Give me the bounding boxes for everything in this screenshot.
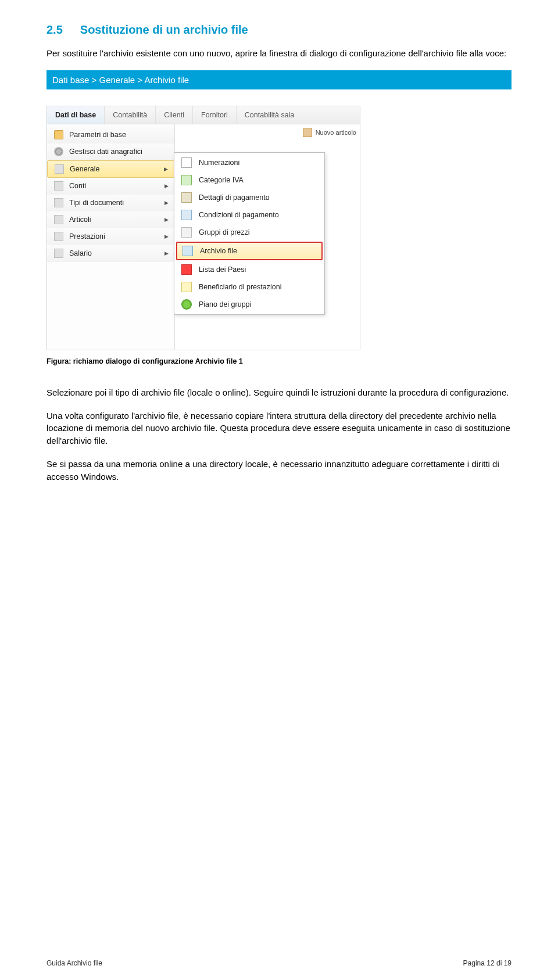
paragraph-3: Se si passa da una memoria online a una …	[46, 458, 512, 483]
generic-icon	[54, 249, 63, 258]
menu-prestazioni[interactable]: Prestazioni ▶	[47, 228, 174, 245]
paragraph-1: Selezionare poi il tipo di archivio file…	[46, 386, 512, 399]
generic-icon	[55, 164, 64, 174]
menu-parametri-di-base[interactable]: Parametri di base	[47, 127, 174, 143]
menu-conti[interactable]: Conti ▶	[47, 178, 174, 195]
menu-tipi-di-documenti[interactable]: Tipi di documenti ▶	[47, 195, 174, 211]
intro-paragraph: Per sostituire l'archivio esistente con …	[46, 47, 512, 60]
ribbon-tabs: Dati di base Contabilità Clienti Fornito…	[47, 106, 360, 124]
generic-icon	[54, 181, 63, 191]
footer-left: Guida Archivio file	[46, 959, 102, 967]
submenu-item-label: Piano dei gruppi	[199, 300, 251, 308]
card-icon	[181, 210, 192, 220]
numbering-icon	[181, 157, 192, 168]
chevron-right-icon: ▶	[164, 217, 169, 222]
left-menu: Parametri di base Gestisci dati anagrafi…	[47, 124, 175, 350]
chevron-right-icon: ▶	[164, 234, 169, 239]
box-icon	[303, 128, 312, 137]
submenu-lista-dei-paesi[interactable]: Lista dei Paesi	[174, 261, 324, 278]
menu-item-label: Articoli	[69, 216, 91, 224]
submenu-dettagli-pagamento[interactable]: Dettagli di pagamento	[174, 189, 324, 206]
submenu-archivio-file[interactable]: Archivio file	[176, 242, 323, 260]
chevron-right-icon: ▶	[164, 166, 168, 172]
list-icon	[181, 227, 192, 238]
submenu-item-label: Numerazioni	[199, 159, 239, 167]
percent-icon	[181, 175, 192, 185]
submenu-numerazioni[interactable]: Numerazioni	[174, 154, 324, 171]
menu-item-label: Prestazioni	[69, 232, 105, 240]
chevron-right-icon: ▶	[164, 183, 169, 189]
submenu-beneficiario-di-prestazioni[interactable]: Beneficiario di prestazioni	[174, 278, 324, 296]
flag-icon	[181, 264, 192, 275]
submenu-generale: Numerazioni Categorie IVA Dettagli di pa…	[174, 152, 325, 315]
menu-item-label: Gestisci dati anagrafici	[69, 148, 142, 156]
archive-icon	[183, 246, 193, 256]
tab-contabilita-sala[interactable]: Contabilità sala	[237, 106, 302, 124]
submenu-item-label: Lista dei Paesi	[199, 265, 246, 274]
paragraph-2: Una volta configurato l'archivio file, è…	[46, 410, 512, 447]
submenu-gruppi-di-prezzi[interactable]: Gruppi di prezzi	[174, 224, 324, 241]
generic-icon	[54, 198, 63, 207]
group-plan-icon	[181, 299, 192, 310]
tab-clienti[interactable]: Clienti	[156, 106, 193, 124]
figure-caption: Figura: richiamo dialogo di configurazio…	[46, 357, 512, 365]
nuovo-articolo-label: Nuovo articolo	[316, 129, 356, 136]
tab-dati-di-base[interactable]: Dati di base	[47, 106, 105, 124]
generic-icon	[54, 232, 63, 241]
chevron-right-icon: ▶	[164, 250, 169, 256]
menu-item-label: Parametri di base	[69, 131, 126, 139]
folder-icon	[54, 130, 63, 139]
tab-fornitori[interactable]: Fornitori	[193, 106, 237, 124]
submenu-item-label: Beneficiario di prestazioni	[199, 283, 281, 291]
note-icon	[181, 282, 192, 292]
submenu-categorie-iva[interactable]: Categorie IVA	[174, 171, 324, 189]
chevron-right-icon: ▶	[164, 200, 169, 206]
submenu-item-label: Dettagli di pagamento	[199, 193, 270, 202]
menu-articoli[interactable]: Articoli ▶	[47, 211, 174, 228]
menu-salario[interactable]: Salario ▶	[47, 245, 174, 262]
menu-generale[interactable]: Generale ▶	[47, 160, 174, 178]
section-number: 2.5	[46, 23, 63, 37]
menu-item-label: Salario	[69, 249, 92, 257]
submenu-item-label: Gruppi di prezzi	[199, 228, 250, 236]
menu-item-label: Generale	[70, 165, 99, 173]
menu-gestisci-dati-anagrafici[interactable]: Gestisci dati anagrafici	[47, 143, 174, 160]
section-title: Sostituzione di un archivio file	[80, 23, 248, 37]
gear-icon	[54, 147, 63, 156]
submenu-item-label: Condizioni di pagamento	[199, 211, 279, 219]
navigation-path-bar: Dati base > Generale > Archivio file	[46, 70, 512, 89]
app-screenshot: Dati di base Contabilità Clienti Fornito…	[46, 106, 360, 350]
submenu-piano-dei-gruppi[interactable]: Piano dei gruppi	[174, 296, 324, 313]
footer-right: Pagina 12 di 19	[463, 959, 512, 967]
submenu-condizioni-pagamento[interactable]: Condizioni di pagamento	[174, 206, 324, 224]
bank-icon	[181, 192, 192, 203]
generic-icon	[54, 215, 63, 224]
submenu-item-label: Archivio file	[200, 247, 237, 255]
tab-contabilita[interactable]: Contabilità	[105, 106, 156, 124]
section-heading: 2.5 Sostituzione di un archivio file	[46, 23, 512, 37]
page-footer: Guida Archivio file Pagina 12 di 19	[46, 959, 512, 967]
nuovo-articolo-button[interactable]: Nuovo articolo	[303, 128, 356, 137]
menu-item-label: Conti	[69, 182, 86, 190]
menu-item-label: Tipi di documenti	[69, 199, 124, 207]
submenu-item-label: Categorie IVA	[199, 176, 244, 184]
